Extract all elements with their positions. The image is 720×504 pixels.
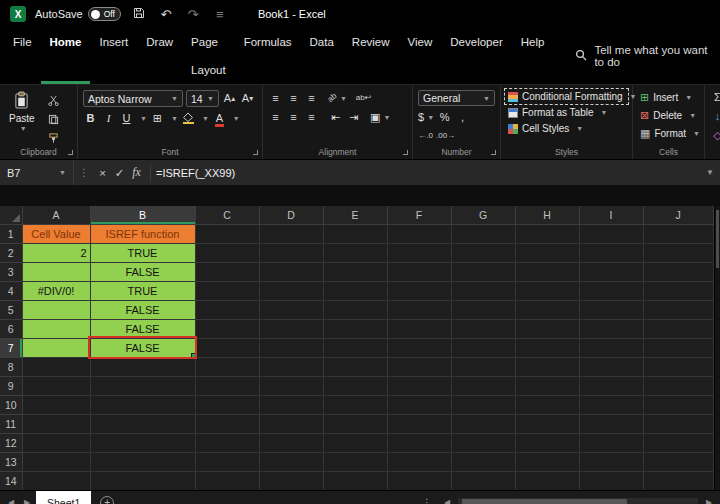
- cell-E9[interactable]: [323, 376, 387, 395]
- vertical-scrollbar[interactable]: [714, 206, 720, 490]
- sheet-tab-sheet1[interactable]: Sheet1: [36, 491, 91, 504]
- copy-icon[interactable]: [46, 111, 61, 127]
- cell-E10[interactable]: [323, 395, 387, 414]
- chevron-down-icon[interactable]: ▼: [140, 115, 147, 122]
- cell-I12[interactable]: [579, 433, 643, 452]
- cell-B13[interactable]: [90, 452, 195, 471]
- align-center-icon[interactable]: ≡: [286, 109, 301, 125]
- cell-B2[interactable]: TRUE: [90, 243, 195, 262]
- column-header-E[interactable]: E: [323, 206, 387, 224]
- column-header-H[interactable]: H: [515, 206, 579, 224]
- cell-D4[interactable]: [259, 281, 323, 300]
- cell-A1[interactable]: Cell Value: [22, 224, 90, 243]
- cell-C6[interactable]: [195, 319, 259, 338]
- wrap-text-icon[interactable]: ab↩: [356, 90, 372, 106]
- cell-F10[interactable]: [387, 395, 451, 414]
- chevron-down-icon[interactable]: ▼: [202, 115, 209, 122]
- vertical-scroll-thumb[interactable]: [716, 210, 720, 268]
- cell-styles-button[interactable]: Cell Styles ▼: [506, 122, 627, 135]
- cell-I4[interactable]: [579, 281, 643, 300]
- cell-E12[interactable]: [323, 433, 387, 452]
- cell-E2[interactable]: [323, 243, 387, 262]
- cell-C14[interactable]: [195, 471, 259, 490]
- cell-G9[interactable]: [451, 376, 515, 395]
- cell-I8[interactable]: [579, 357, 643, 376]
- save-icon[interactable]: [130, 7, 148, 21]
- menu-item-help[interactable]: Help: [512, 28, 554, 84]
- cell-D5[interactable]: [259, 300, 323, 319]
- cell-C11[interactable]: [195, 414, 259, 433]
- cell-D2[interactable]: [259, 243, 323, 262]
- column-header-A[interactable]: A: [22, 206, 90, 224]
- cell-D14[interactable]: [259, 471, 323, 490]
- cell-H7[interactable]: [515, 338, 579, 357]
- cell-J10[interactable]: [643, 395, 713, 414]
- cell-H8[interactable]: [515, 357, 579, 376]
- cell-I1[interactable]: [579, 224, 643, 243]
- italic-icon[interactable]: I: [101, 110, 116, 126]
- orientation-icon[interactable]: ab▼: [328, 90, 347, 106]
- percent-style-icon[interactable]: %: [437, 109, 452, 125]
- cell-G8[interactable]: [451, 357, 515, 376]
- cell-A9[interactable]: [22, 376, 90, 395]
- cell-H10[interactable]: [515, 395, 579, 414]
- cell-A12[interactable]: [22, 433, 90, 452]
- more-options-icon[interactable]: ⋮: [422, 497, 432, 504]
- cell-H12[interactable]: [515, 433, 579, 452]
- cell-F3[interactable]: [387, 262, 451, 281]
- font-dialog-launcher-icon[interactable]: [253, 150, 258, 155]
- cell-F5[interactable]: [387, 300, 451, 319]
- cell-F14[interactable]: [387, 471, 451, 490]
- decrease-decimal-icon[interactable]: .00→: [436, 128, 455, 144]
- cell-E11[interactable]: [323, 414, 387, 433]
- cell-H9[interactable]: [515, 376, 579, 395]
- cell-J5[interactable]: [643, 300, 713, 319]
- cell-G1[interactable]: [451, 224, 515, 243]
- row-header-12[interactable]: 12: [0, 433, 22, 452]
- excel-app-icon[interactable]: X: [10, 6, 26, 22]
- row-header-8[interactable]: 8: [0, 357, 22, 376]
- cell-A4[interactable]: #DIV/0!: [22, 281, 90, 300]
- increase-font-size-icon[interactable]: A▴: [222, 91, 237, 107]
- cell-B10[interactable]: [90, 395, 195, 414]
- cell-J13[interactable]: [643, 452, 713, 471]
- menu-item-file[interactable]: File: [4, 28, 41, 84]
- cell-I10[interactable]: [579, 395, 643, 414]
- autosave-switch[interactable]: Off: [88, 7, 121, 21]
- cell-H1[interactable]: [515, 224, 579, 243]
- cell-B5[interactable]: FALSE: [90, 300, 195, 319]
- increase-indent-icon[interactable]: ⇥: [346, 109, 361, 125]
- cell-H2[interactable]: [515, 243, 579, 262]
- cell-B1[interactable]: ISREF function: [90, 224, 195, 243]
- cell-H14[interactable]: [515, 471, 579, 490]
- accounting-format-icon[interactable]: $▼: [418, 109, 434, 125]
- cell-B14[interactable]: [90, 471, 195, 490]
- cell-D8[interactable]: [259, 357, 323, 376]
- cell-C2[interactable]: [195, 243, 259, 262]
- cell-A10[interactable]: [22, 395, 90, 414]
- undo-icon[interactable]: ↶: [157, 8, 175, 21]
- cell-G11[interactable]: [451, 414, 515, 433]
- cell-A11[interactable]: [22, 414, 90, 433]
- cell-D12[interactable]: [259, 433, 323, 452]
- cell-G4[interactable]: [451, 281, 515, 300]
- number-dialog-launcher-icon[interactable]: [491, 150, 496, 155]
- chevron-down-icon[interactable]: ▼: [171, 115, 178, 122]
- underline-icon[interactable]: U: [119, 110, 134, 126]
- row-header-6[interactable]: 6: [0, 319, 22, 338]
- increase-decimal-icon[interactable]: ←.0: [418, 128, 433, 144]
- cell-E5[interactable]: [323, 300, 387, 319]
- redo-icon[interactable]: ↷: [184, 8, 202, 21]
- number-format-select[interactable]: General ▼: [418, 90, 495, 106]
- cell-F13[interactable]: [387, 452, 451, 471]
- align-middle-icon[interactable]: ≡: [286, 90, 301, 106]
- cell-E3[interactable]: [323, 262, 387, 281]
- sheet-nav-right-icon[interactable]: ▶: [20, 498, 34, 504]
- cell-B7[interactable]: FALSE: [90, 338, 195, 357]
- paste-button[interactable]: Paste ▼: [5, 90, 39, 146]
- horizontal-scroll-thumb[interactable]: [462, 499, 627, 504]
- cell-B4[interactable]: TRUE: [90, 281, 195, 300]
- cell-E13[interactable]: [323, 452, 387, 471]
- column-header-D[interactable]: D: [259, 206, 323, 224]
- cell-A7[interactable]: [22, 338, 90, 357]
